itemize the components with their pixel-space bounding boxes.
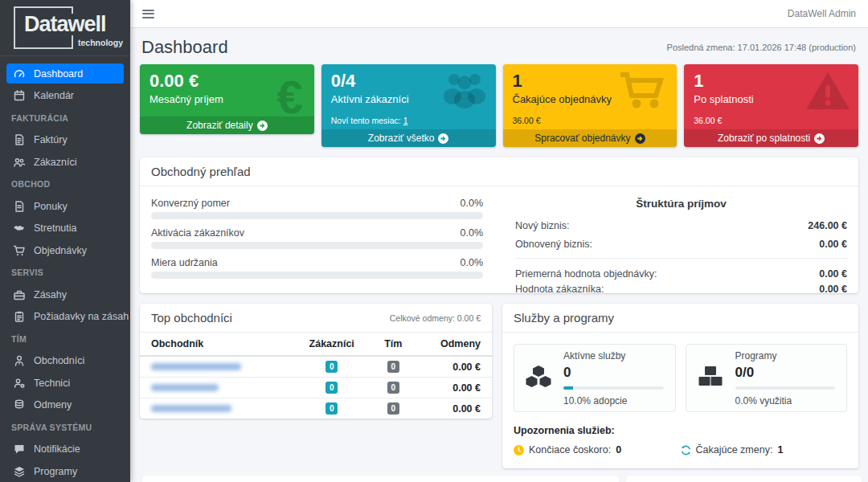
tile-label: Programy (735, 350, 836, 362)
sidebar-item-obchodnici[interactable]: Obchodníci (6, 351, 124, 371)
usage-bar (735, 386, 836, 390)
team-badge: 0 (387, 361, 399, 373)
sidebar-section-tim: TÍM (6, 334, 27, 344)
redacted-salesperson-link[interactable] (151, 405, 231, 412)
sidebar-item-objednavky[interactable]: Objednávky (6, 240, 124, 260)
user-gear-icon (12, 377, 27, 390)
sidebar-item-label: Kalendár (34, 90, 74, 101)
cart-icon (617, 69, 670, 116)
redacted-salesperson-link[interactable] (151, 384, 219, 391)
card-title: Obchodný prehľad (151, 165, 251, 178)
new-this-month-link[interactable]: 1 (403, 116, 408, 125)
column-header: Odmeny (418, 333, 492, 356)
progress-bar (151, 212, 483, 219)
logo-subtext: technology (76, 38, 125, 47)
sync-icon (681, 445, 691, 455)
sidebar-section-servis: SERVIS (6, 268, 43, 277)
sidebar-item-label: Ponuky (34, 201, 68, 212)
process-orders-link[interactable]: Spracovať objednávky (503, 129, 678, 147)
arrow-circle-icon (814, 133, 825, 144)
progress-bar (151, 242, 483, 249)
partial-panel (142, 476, 619, 482)
customers-badge: 0 (326, 361, 338, 373)
cubes-icon (526, 365, 551, 392)
revenue-row: Nový biznis:246.00 € (515, 220, 847, 231)
content-header: Dashboard Posledná zmena: 17.01.2026 17:… (130, 28, 868, 64)
tile-caption: 0.0% využitia (735, 395, 836, 406)
sidebar-item-technici[interactable]: Technici (6, 373, 124, 393)
redacted-salesperson-link[interactable] (151, 363, 241, 370)
sidebar-item-zasahy[interactable]: Zásahy (6, 284, 124, 304)
arrow-circle-icon (635, 133, 645, 144)
team-badge: 0 (387, 382, 399, 394)
tile-caption: 10.0% adopcie (563, 395, 664, 406)
sidebar-item-ponuky[interactable]: Ponuky (6, 196, 124, 216)
info-box-row: 0.00 € Mesačný príjem € Zobraziť detaily… (140, 64, 858, 147)
column-header: Zákazníci (295, 333, 369, 356)
page-title: Dashboard (141, 37, 228, 58)
info-box-pending-orders: 1 Čakajúce objednávky 36.00 € Spracovať … (503, 64, 678, 147)
sidebar-nav: Dashboard Kalendár FAKTURÁCIA Faktúry Zá… (0, 56, 130, 482)
box-subtext: Noví tento mesiac: 1 (331, 116, 486, 125)
sidebar-item-programy[interactable]: Programy (6, 461, 124, 481)
progress-bar (151, 272, 483, 279)
show-overdue-link[interactable]: Zobraziť po splatnosti (684, 129, 858, 147)
adoption-bar (563, 386, 664, 390)
users-icon (12, 156, 27, 169)
tile-label: Aktívne služby (563, 350, 664, 362)
sidebar-item-kalendar[interactable]: Kalendár (6, 86, 124, 106)
sidebar-item-poziadavky[interactable]: Požiadavky na zásah (6, 307, 124, 327)
calendar-icon (12, 89, 27, 102)
sidebar-item-label: Odmeny (34, 399, 72, 411)
programs-tile: Programy 0/0 0.0% využitia (686, 344, 848, 412)
app-window: Datawell technology Dashboard Kalendár F… (0, 0, 868, 482)
rewards-value: 0.00 € (418, 398, 492, 419)
sidebar-item-label: Zákazníci (34, 157, 77, 168)
top-navbar: DataWell Admin (130, 0, 868, 28)
metric-row: Aktivácia zákazníkov0.0% (151, 227, 483, 249)
sidebar-item-label: Obchodníci (34, 355, 84, 366)
sidebar-item-notifikacie[interactable]: Notifikácie (6, 439, 124, 460)
sidebar-item-label: Notifikácie (34, 443, 80, 455)
sidebar-item-label: Požiadavky na zásah (34, 311, 129, 322)
tile-value: 0 (563, 365, 664, 381)
gauge-icon (12, 67, 27, 80)
info-box-overdue: 1 Po splatnosti 36.00 € Zobraziť po spla… (684, 64, 858, 147)
cart-icon (12, 244, 27, 257)
main-area: DataWell Admin Dashboard Posledná zmena:… (130, 0, 868, 482)
sidebar-item-odmeny[interactable]: Odmeny (6, 395, 124, 415)
revenue-row: Priemerná hodnota objednávky:0.00 € (515, 268, 847, 280)
menu-toggle-icon[interactable] (142, 10, 154, 18)
active-services-tile: Aktívne služby 0 10.0% adopcie (514, 344, 676, 412)
coins-icon (12, 398, 27, 411)
card-title: Služby a programy (514, 311, 614, 325)
content: 0.00 € Mesačný príjem € Zobraziť detaily… (130, 64, 868, 482)
revenue-row: Obnovený biznis:0.00 € (515, 239, 847, 250)
sidebar-item-label: Stretnutia (34, 223, 77, 234)
customers-badge: 0 (326, 382, 338, 394)
sidebar-item-dashboard[interactable]: Dashboard (6, 63, 124, 84)
sidebar-section-fakturacia: FAKTURÁCIA (6, 113, 68, 123)
sidebar-item-label: Dashboard (34, 68, 83, 80)
table-row: 0 0 0.00 € (140, 398, 492, 419)
brand-logo[interactable]: Datawell technology (0, 0, 130, 56)
sidebar-item-zakaznici[interactable]: Zákazníci (6, 152, 124, 172)
user-menu[interactable]: DataWell Admin (788, 8, 856, 19)
sidebar-item-label: Technici (34, 378, 70, 389)
invoice-icon (12, 133, 27, 146)
toolbox-icon (12, 288, 27, 301)
box-subtext: 36.00 € (513, 116, 668, 125)
table-row: 0 0 0.00 € (140, 356, 492, 378)
metric-row: Miera udržania0.0% (151, 257, 483, 279)
show-all-link[interactable]: Zobraziť všetko (321, 129, 496, 147)
handshake-icon (12, 222, 27, 235)
salespeople-table: Obchodník Zákazníci Tím Odmeny 0 0 (140, 333, 492, 419)
tile-value: 0/0 (735, 365, 836, 381)
sidebar-item-faktury[interactable]: Faktúry (6, 130, 124, 150)
file-icon (12, 200, 27, 213)
sidebar-section-sprava: SPRÁVA SYSTÉMU (6, 423, 92, 432)
metrics-column: Konverzný pomer0.0% Aktivácia zákazníkov… (151, 198, 499, 299)
sidebar-item-stretnutia[interactable]: Stretnutia (6, 219, 124, 239)
card-title: Top obchodníci (151, 311, 232, 325)
logo-text: Datawell (22, 14, 108, 35)
